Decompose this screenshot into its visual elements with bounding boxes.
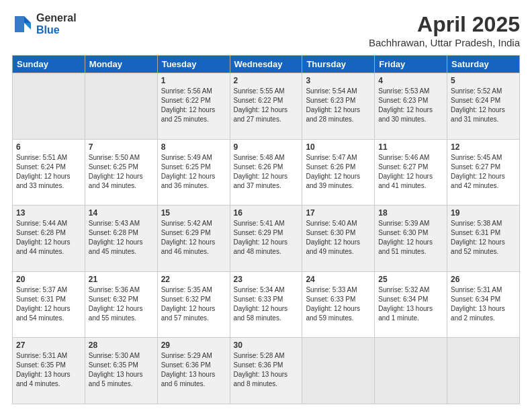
day-detail: Sunrise: 5:39 AM Sunset: 6:30 PM Dayligh… [378,219,443,257]
day-detail: Sunrise: 5:30 AM Sunset: 6:35 PM Dayligh… [89,351,154,389]
calendar-cell: 4Sunrise: 5:53 AM Sunset: 6:23 PM Daylig… [375,73,447,140]
day-detail: Sunrise: 5:37 AM Sunset: 6:31 PM Dayligh… [16,285,81,323]
calendar-week-row: 13Sunrise: 5:44 AM Sunset: 6:28 PM Dayli… [13,205,520,272]
calendar-cell: 2Sunrise: 5:55 AM Sunset: 6:22 PM Daylig… [230,73,302,140]
day-detail: Sunrise: 5:45 AM Sunset: 6:27 PM Dayligh… [451,153,516,191]
day-detail: Sunrise: 5:35 AM Sunset: 6:32 PM Dayligh… [161,285,226,323]
logo: General Blue [12,12,77,36]
day-number: 7 [89,142,154,152]
calendar-cell: 19Sunrise: 5:38 AM Sunset: 6:31 PM Dayli… [447,205,520,272]
logo-blue-text: Blue [36,24,77,36]
day-detail: Sunrise: 5:33 AM Sunset: 6:33 PM Dayligh… [306,285,371,323]
day-number: 18 [378,208,443,218]
calendar-day-header: Saturday [447,56,520,73]
day-detail: Sunrise: 5:41 AM Sunset: 6:29 PM Dayligh… [234,219,299,257]
calendar-week-row: 1Sunrise: 5:56 AM Sunset: 6:22 PM Daylig… [13,73,520,140]
day-number: 6 [16,142,81,152]
day-detail: Sunrise: 5:44 AM Sunset: 6:28 PM Dayligh… [16,219,81,257]
calendar-cell: 16Sunrise: 5:41 AM Sunset: 6:29 PM Dayli… [230,205,302,272]
day-detail: Sunrise: 5:48 AM Sunset: 6:26 PM Dayligh… [234,153,299,191]
day-number: 20 [16,275,81,284]
calendar-day-header: Tuesday [157,56,230,73]
day-number: 29 [161,340,226,350]
day-number: 19 [451,208,516,218]
svg-marker-1 [24,23,31,30]
day-detail: Sunrise: 5:49 AM Sunset: 6:25 PM Dayligh… [161,153,226,191]
day-number: 24 [306,275,371,284]
day-number: 23 [234,275,299,284]
day-detail: Sunrise: 5:42 AM Sunset: 6:29 PM Dayligh… [161,219,226,257]
calendar-cell: 10Sunrise: 5:47 AM Sunset: 6:26 PM Dayli… [302,139,375,205]
day-detail: Sunrise: 5:51 AM Sunset: 6:24 PM Dayligh… [16,153,81,191]
day-detail: Sunrise: 5:47 AM Sunset: 6:26 PM Dayligh… [306,153,371,191]
calendar-cell: 7Sunrise: 5:50 AM Sunset: 6:25 PM Daylig… [85,139,157,205]
logo-general-text: General [36,12,77,24]
calendar-week-row: 20Sunrise: 5:37 AM Sunset: 6:31 PM Dayli… [13,271,520,338]
day-detail: Sunrise: 5:50 AM Sunset: 6:25 PM Dayligh… [89,153,154,191]
calendar-cell: 8Sunrise: 5:49 AM Sunset: 6:25 PM Daylig… [157,139,230,205]
calendar-table: SundayMondayTuesdayWednesdayThursdayFrid… [12,55,520,404]
day-detail: Sunrise: 5:34 AM Sunset: 6:33 PM Dayligh… [234,285,299,323]
calendar-day-header: Monday [85,56,157,73]
calendar-cell: 9Sunrise: 5:48 AM Sunset: 6:26 PM Daylig… [230,139,302,205]
calendar-day-header: Wednesday [230,56,302,73]
day-number: 14 [89,208,154,218]
day-detail: Sunrise: 5:36 AM Sunset: 6:32 PM Dayligh… [89,285,154,323]
day-detail: Sunrise: 5:32 AM Sunset: 6:34 PM Dayligh… [378,285,443,323]
day-number: 27 [16,340,81,350]
day-detail: Sunrise: 5:54 AM Sunset: 6:23 PM Dayligh… [306,87,371,124]
day-number: 22 [161,275,226,284]
day-number: 28 [89,340,154,350]
day-number: 13 [16,208,81,218]
calendar-cell: 25Sunrise: 5:32 AM Sunset: 6:34 PM Dayli… [375,271,447,338]
calendar-cell: 21Sunrise: 5:36 AM Sunset: 6:32 PM Dayli… [85,271,157,338]
calendar-week-row: 6Sunrise: 5:51 AM Sunset: 6:24 PM Daylig… [13,139,520,205]
day-detail: Sunrise: 5:29 AM Sunset: 6:36 PM Dayligh… [161,351,226,389]
day-number: 15 [161,208,226,218]
svg-marker-0 [24,16,31,23]
title-block: April 2025 Bachhrawan, Uttar Pradesh, In… [369,12,520,48]
day-number: 4 [378,76,443,85]
calendar-cell: 5Sunrise: 5:52 AM Sunset: 6:24 PM Daylig… [447,73,520,140]
calendar-cell: 13Sunrise: 5:44 AM Sunset: 6:28 PM Dayli… [13,205,85,272]
day-number: 30 [234,340,299,350]
calendar-cell: 3Sunrise: 5:54 AM Sunset: 6:23 PM Daylig… [302,73,375,140]
day-detail: Sunrise: 5:31 AM Sunset: 6:35 PM Dayligh… [16,351,81,389]
calendar-cell [375,338,447,404]
calendar-cell: 28Sunrise: 5:30 AM Sunset: 6:35 PM Dayli… [85,338,157,404]
day-number: 21 [89,275,154,284]
day-number: 26 [451,275,516,284]
calendar-cell: 27Sunrise: 5:31 AM Sunset: 6:35 PM Dayli… [13,338,85,404]
day-number: 16 [234,208,299,218]
calendar-cell: 14Sunrise: 5:43 AM Sunset: 6:28 PM Dayli… [85,205,157,272]
calendar-day-header: Thursday [302,56,375,73]
day-detail: Sunrise: 5:38 AM Sunset: 6:31 PM Dayligh… [451,219,516,257]
calendar-cell: 22Sunrise: 5:35 AM Sunset: 6:32 PM Dayli… [157,271,230,338]
calendar-cell [302,338,375,404]
calendar-cell: 30Sunrise: 5:28 AM Sunset: 6:36 PM Dayli… [230,338,302,404]
day-number: 8 [161,142,226,152]
logo-icon [12,13,34,35]
day-detail: Sunrise: 5:56 AM Sunset: 6:22 PM Dayligh… [161,87,226,124]
calendar-cell [85,73,157,140]
calendar-cell: 6Sunrise: 5:51 AM Sunset: 6:24 PM Daylig… [13,139,85,205]
calendar-week-row: 27Sunrise: 5:31 AM Sunset: 6:35 PM Dayli… [13,338,520,404]
header: General Blue April 2025 Bachhrawan, Utta… [12,12,520,48]
day-number: 2 [234,76,299,85]
day-number: 5 [451,76,516,85]
day-number: 10 [306,142,371,152]
day-detail: Sunrise: 5:31 AM Sunset: 6:34 PM Dayligh… [451,285,516,323]
day-number: 9 [234,142,299,152]
calendar-cell: 12Sunrise: 5:45 AM Sunset: 6:27 PM Dayli… [447,139,520,205]
day-number: 25 [378,275,443,284]
calendar-day-header: Friday [375,56,447,73]
calendar-cell: 23Sunrise: 5:34 AM Sunset: 6:33 PM Dayli… [230,271,302,338]
calendar-cell: 1Sunrise: 5:56 AM Sunset: 6:22 PM Daylig… [157,73,230,140]
subtitle: Bachhrawan, Uttar Pradesh, India [369,37,520,48]
calendar-cell [447,338,520,404]
day-number: 17 [306,208,371,218]
calendar-cell [13,73,85,140]
calendar-cell: 24Sunrise: 5:33 AM Sunset: 6:33 PM Dayli… [302,271,375,338]
calendar-cell: 26Sunrise: 5:31 AM Sunset: 6:34 PM Dayli… [447,271,520,338]
day-detail: Sunrise: 5:55 AM Sunset: 6:22 PM Dayligh… [234,87,299,124]
